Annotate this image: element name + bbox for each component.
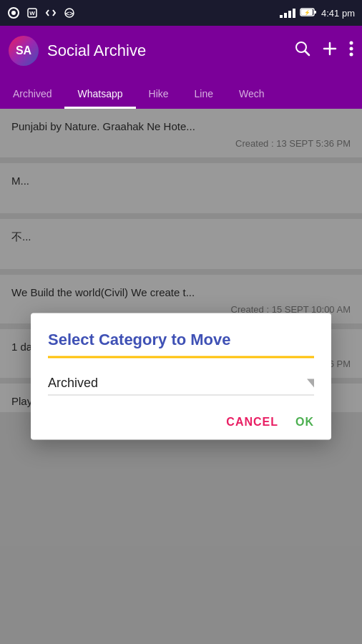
add-icon[interactable] [322,41,338,61]
app-bar-actions [295,41,353,61]
dialog-title: Select Category to Move [48,331,314,349]
dialog-actions: CANCEL OK [48,416,314,429]
svg-text:⚡: ⚡ [304,9,310,16]
search-icon[interactable] [295,41,310,61]
tab-archived[interactable]: Archived [0,81,64,109]
brackets-icon: <> [63,6,76,19]
svg-line-11 [305,52,310,56]
svg-text:<>: <> [66,10,74,17]
time-display: 4:41 pm [321,8,355,19]
status-bar-left: W <> [7,6,76,19]
app-title: Social Archive [47,42,286,60]
signal-icon [280,9,295,18]
whatsapp-status-icon: W [26,6,39,19]
svg-rect-8 [314,11,316,14]
tab-line[interactable]: Line [182,81,226,109]
select-category-dialog: Select Category to Move Archived CANCEL … [31,313,331,440]
status-bar-right: ⚡ 4:41 pm [280,7,355,19]
cancel-button[interactable]: CANCEL [226,416,278,429]
chevron-down-icon [307,379,314,387]
code-icon [44,6,57,19]
tab-whatsapp[interactable]: Whatsapp [64,81,135,109]
ok-button[interactable]: OK [295,416,314,429]
category-dropdown[interactable]: Archived [48,376,314,396]
content-area: Punjabi by Nature. Graahak Ne Hote... Cr… [0,109,362,644]
battery-icon: ⚡ [300,7,317,19]
circle-icon [7,6,20,19]
svg-point-14 [350,42,353,45]
svg-text:W: W [29,10,35,16]
dropdown-value: Archived [48,376,307,391]
tab-bar: Archived Whatsapp Hike Line Wech [0,76,362,109]
more-icon[interactable] [349,41,353,61]
tab-hike[interactable]: Hike [136,81,182,109]
tab-wech[interactable]: Wech [226,81,278,109]
svg-point-16 [350,53,353,57]
status-bar: W <> ⚡ [0,0,362,26]
svg-point-15 [350,47,353,51]
dialog-divider [48,356,314,358]
app-bar: SA Social Archive [0,26,362,76]
app-logo: SA [9,36,39,66]
svg-point-1 [11,11,16,15]
